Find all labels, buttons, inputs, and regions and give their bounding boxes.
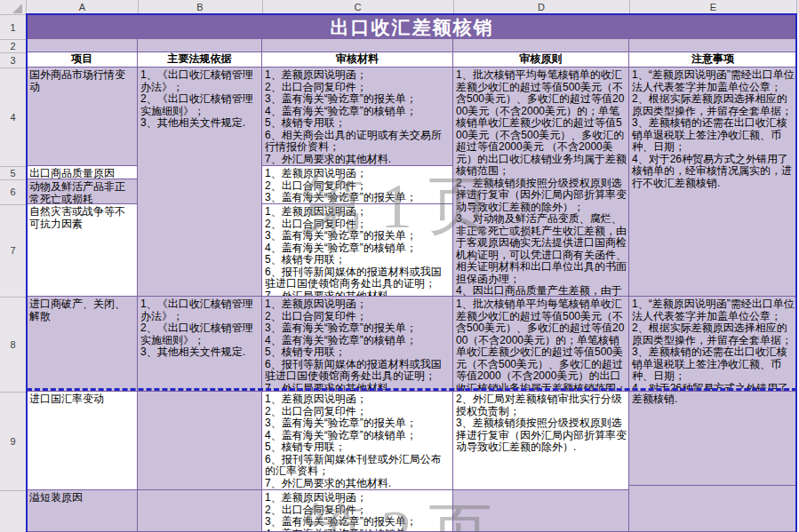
- cell-e9[interactable]: 差额核销.: [629, 392, 797, 486]
- cell-e8[interactable]: 1、“差额原因说明函”需经出口单位法人代表签字并加盖单位公章； 2、根据实际差额…: [629, 297, 797, 392]
- cell-e10[interactable]: [629, 486, 797, 532]
- header-cell-project[interactable]: 项目: [27, 52, 138, 67]
- chrome-divider: [453, 0, 454, 14]
- row-header-1[interactable]: 1: [0, 15, 26, 39]
- row-header-5[interactable]: 5: [0, 166, 26, 179]
- cell-b4-b7-merged[interactable]: 1、《出口收汇核销管理办法》； 2、《出口收汇核销管理实施细则》； 3、其他相关…: [138, 67, 262, 297]
- header-cell-principles[interactable]: 审核原则: [453, 52, 629, 67]
- cell-a4[interactable]: 国外商品市场行情变动: [27, 67, 138, 166]
- header-cell-notes[interactable]: 注意事项: [629, 52, 797, 67]
- cell-d8[interactable]: 1、批次核销单平均每笔核销单收汇差额少收汇的超过等值500美元（不含500美元）…: [453, 297, 629, 392]
- chrome-divider: [0, 67, 26, 68]
- cell-a6[interactable]: 动物及鲜活产品非正常死亡或损耗: [27, 179, 138, 204]
- column-header-d[interactable]: D: [453, 0, 629, 14]
- print-area-top-boundary[interactable]: [26, 13, 797, 15]
- chrome-divider: [0, 166, 26, 167]
- cell-a2[interactable]: [27, 39, 138, 52]
- cell-c10[interactable]: 1、差额原因说明函； 2、出口合同复印件； 3、盖有海关“验讫章”的报关单； 4…: [262, 490, 453, 532]
- header-cell-laws[interactable]: 主要法规依据: [138, 52, 262, 67]
- spreadsheet-page-break-preview: A B C D E 1 2 3 4 5 6 7 8 9 出口收汇差额核销 项目 …: [0, 0, 799, 532]
- row-header-7[interactable]: 7: [0, 204, 26, 297]
- cell-b8[interactable]: 1、《出口收汇核销管理办法》； 2、《出口收汇核销管理实施细则》； 3、其他相关…: [138, 297, 262, 392]
- cell-c5-c6-merged[interactable]: 1、差额原因说明函； 2、出口合同复印件； 3、盖有海关“验讫章”的报关单；: [262, 166, 453, 204]
- chrome-divider: [796, 0, 797, 14]
- row-header-8[interactable]: 8: [0, 297, 26, 392]
- cell-d9[interactable]: 2、外汇局对差额核销审批实行分级授权负责制； 3、差额核销须按照分级授权原则选择…: [453, 392, 629, 490]
- row-header-6[interactable]: 6: [0, 179, 26, 204]
- row-header-4[interactable]: 4: [0, 67, 26, 166]
- chrome-divider: [0, 297, 26, 298]
- print-area-right-boundary[interactable]: [795, 13, 797, 532]
- cell-b10[interactable]: [138, 490, 262, 532]
- sheet-title-cell[interactable]: 出口收汇差额核销: [27, 15, 797, 39]
- cell-a5[interactable]: 出口商品质量原因: [27, 166, 138, 179]
- header-cell-materials[interactable]: 审核材料: [262, 52, 453, 67]
- cell-a7[interactable]: 自然灾害或战争等不可抗力因素: [27, 204, 138, 297]
- cell-a10[interactable]: 溢短装原因: [27, 490, 138, 532]
- column-header-a[interactable]: A: [27, 0, 138, 14]
- chrome-divider: [138, 0, 139, 14]
- column-header-e[interactable]: E: [629, 0, 797, 14]
- chrome-divider: [0, 392, 26, 393]
- select-all-corner[interactable]: [0, 0, 26, 14]
- cell-a9[interactable]: 进口国汇率变动: [27, 392, 138, 490]
- chrome-divider: [0, 490, 26, 491]
- chrome-divider: [0, 204, 26, 205]
- cell-c9[interactable]: 1、差额原因说明函； 2、出口合同复印件； 3、盖有海关“验讫章”的报关单； 4…: [262, 392, 453, 490]
- chrome-divider: [262, 0, 263, 14]
- cell-d4-d7-merged[interactable]: 1、批次核销平均每笔核销单的收汇差额少收汇的超过等值500美元（不含500美元）…: [453, 67, 629, 297]
- select-all-triangle-icon: [12, 4, 22, 13]
- print-area-left-boundary[interactable]: [26, 13, 28, 532]
- cell-d2[interactable]: [453, 39, 629, 52]
- cell-e4-e7-merged[interactable]: 1、“差额原因说明函”需经出口单位法人代表签字并加盖单位公章； 2、根据实际差额…: [629, 67, 797, 297]
- cell-b9[interactable]: [138, 392, 262, 490]
- cell-d10[interactable]: [453, 490, 629, 532]
- chrome-divider: [0, 39, 26, 40]
- cell-e2[interactable]: [629, 39, 797, 52]
- column-header-b[interactable]: B: [138, 0, 262, 14]
- row-header-3[interactable]: 3: [0, 52, 26, 67]
- column-header-c[interactable]: C: [262, 0, 453, 14]
- chrome-divider: [0, 179, 26, 180]
- chrome-divider: [629, 0, 630, 14]
- cell-c4[interactable]: 1、差额原因说明函； 2、出口合同复印件； 3、盖有海关“验讫章”的报关单； 4…: [262, 67, 453, 166]
- row-header-9[interactable]: 9: [0, 392, 26, 490]
- chrome-divider: [0, 52, 26, 53]
- cell-a8[interactable]: 进口商破产、关闭、解散: [27, 297, 138, 392]
- horizontal-page-break-line[interactable]: [27, 388, 797, 391]
- cell-c7[interactable]: 1、差额原因说明函； 2、出口合同复印件； 3、盖有海关“验讫章”的报关单； 4…: [262, 204, 453, 297]
- cell-c8[interactable]: 1、差额原因说明函； 2、出口合同复印件； 3、盖有海关“验讫章”的报关单； 4…: [262, 297, 453, 392]
- row-header-2[interactable]: 2: [0, 39, 26, 52]
- cell-b2[interactable]: [138, 39, 262, 52]
- cell-c2[interactable]: [262, 39, 453, 52]
